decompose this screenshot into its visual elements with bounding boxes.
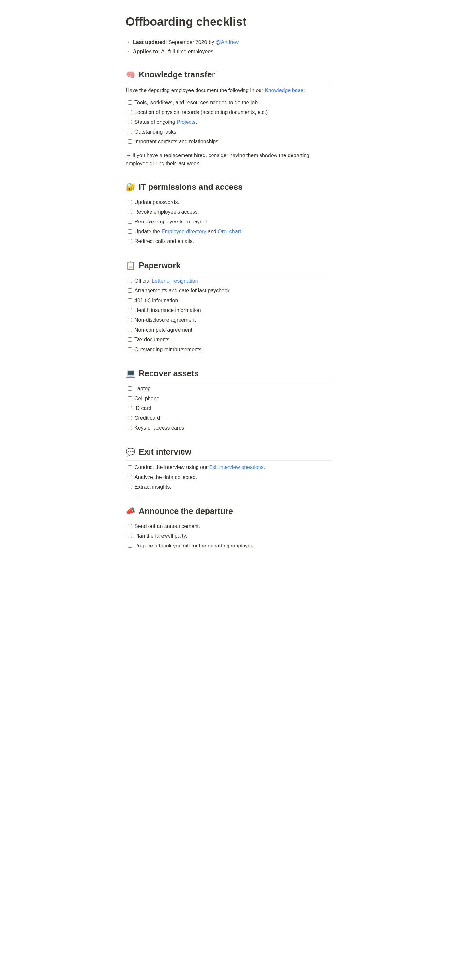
checkbox[interactable] [128,387,132,391]
item-text: ID card [135,404,151,412]
checkbox[interactable] [128,406,132,410]
checkbox[interactable] [128,140,132,144]
meta-label: Applies to: [133,49,160,54]
section-heading-knowledge: 🧠 Knowledge transfer [126,68,331,83]
checkbox[interactable] [128,426,132,430]
checkbox[interactable] [128,288,132,293]
list-item: Send out an announcement. [126,521,331,531]
checkbox[interactable] [128,210,132,214]
item-text: Prepare a thank you gift for the departi… [135,542,255,550]
heading-text: Recover assets [139,368,198,380]
meta-applies-to: Applies to: All full-time employees [126,48,331,56]
list-item: Plan the farewell party. [126,531,331,541]
announce-checklist: Send out an announcement. Plan the farew… [126,521,331,551]
item-text: Official Letter of resignation [135,277,198,285]
list-item: Status of ongoing Projects. [126,117,331,127]
checkbox[interactable] [128,229,132,234]
list-item: Location of physical records (accounting… [126,108,331,117]
list-item: Revoke employee's access. [126,207,331,217]
list-item: Redirect calls and emails. [126,237,331,246]
item-text: Redirect calls and emails. [135,237,194,245]
item-text: Credit card [135,414,160,422]
list-item: ID card [126,403,331,413]
checkbox[interactable] [128,100,132,105]
list-item: Arrangements and date for last paycheck [126,286,331,296]
item-text: Plan the farewell party. [135,532,187,540]
megaphone-icon: 📣 [126,505,135,517]
list-item: Important contacts and relationships. [126,137,331,147]
checkbox[interactable] [128,308,132,312]
knowledge-checklist: Tools, workflows, and resources needed t… [126,98,331,147]
item-text: Conduct the interview using our Exit int… [135,463,265,471]
employee-directory-link[interactable]: Employee directory [162,229,206,234]
item-text: Remove employee from payroll. [135,218,208,226]
list-item: Extract insights. [126,482,331,492]
checkbox[interactable] [128,220,132,224]
section-heading-announce: 📣 Announce the departure [126,505,331,520]
meta-label: Last updated: [133,40,167,45]
list-item: Non-disclosure agreement [126,315,331,325]
page-title: Offboarding checklist [126,13,331,31]
checkbox[interactable] [128,318,132,322]
list-item: Keys or access cards [126,423,331,433]
section-heading-assets: 💻 Recover assets [126,368,331,382]
knowledge-intro: Have the departing employee document the… [126,87,331,94]
heading-text: Knowledge transfer [139,68,215,81]
author-link[interactable]: @Andrew [216,40,239,45]
checkbox[interactable] [128,328,132,332]
letter-resignation-link[interactable]: Letter of resignation [152,278,198,283]
checkbox[interactable] [128,120,132,124]
checkbox[interactable] [128,485,132,489]
checkbox[interactable] [128,278,132,283]
list-item: Tax documents [126,335,331,345]
item-text: Update passwords. [135,198,179,206]
meta-list: Last updated: September 2020 by @Andrew … [126,38,331,56]
meta-last-updated: Last updated: September 2020 by @Andrew [126,38,331,46]
list-item: Cell phone [126,394,331,403]
item-text: Status of ongoing Projects. [135,118,197,126]
item-text: Update the Employee directory and Org. c… [135,228,243,235]
list-item: Analyze the data collected. [126,473,331,482]
projects-link[interactable]: Projects [176,119,195,125]
list-item: Health insurance information [126,305,331,315]
item-text: Important contacts and relationships. [135,138,220,146]
checkbox[interactable] [128,396,132,401]
checkbox[interactable] [128,298,132,302]
checkbox[interactable] [128,544,132,548]
item-text: Outstanding tasks. [135,128,178,136]
heading-text: Announce the departure [139,505,233,517]
checkbox[interactable] [128,110,132,115]
checkbox[interactable] [128,239,132,243]
checkbox[interactable] [128,416,132,420]
checkbox[interactable] [128,347,132,352]
checkbox[interactable] [128,337,132,342]
list-item: Non-compete agreement [126,325,331,335]
item-text: Non-disclosure agreement [135,316,196,324]
checkbox[interactable] [128,465,132,469]
list-item: Credit card [126,413,331,423]
exit-checklist: Conduct the interview using our Exit int… [126,463,331,492]
section-heading-paperwork: 📋 Paperwork [126,259,331,274]
item-text: Non-compete agreement [135,326,192,334]
knowledge-base-link[interactable]: Knowledge base [265,88,303,93]
item-text: Tools, workflows, and resources needed t… [135,99,259,107]
section-heading-it: 🔐 IT permissions and access [126,181,331,196]
list-item: Laptop [126,384,331,394]
heading-text: IT permissions and access [139,181,243,193]
checkbox[interactable] [128,200,132,204]
checkbox[interactable] [128,475,132,479]
list-item: Outstanding reimbursements [126,345,331,355]
checkbox[interactable] [128,534,132,538]
item-text: Outstanding reimbursements [135,345,202,353]
checkbox[interactable] [128,524,132,528]
org-chart-link[interactable]: Org. chart [218,229,241,234]
clipboard-icon: 📋 [126,260,135,272]
list-item: Prepare a thank you gift for the departi… [126,541,331,551]
checkbox[interactable] [128,130,132,134]
exit-interview-questions-link[interactable]: Exit interview questions [209,465,264,470]
item-text: Arrangements and date for last paycheck [135,287,230,295]
paperwork-checklist: Official Letter of resignation Arrangeme… [126,276,331,355]
list-item: Update the Employee directory and Org. c… [126,227,331,237]
lock-icon: 🔐 [126,181,135,193]
assets-checklist: Laptop Cell phone ID card Credit card Ke… [126,384,331,433]
